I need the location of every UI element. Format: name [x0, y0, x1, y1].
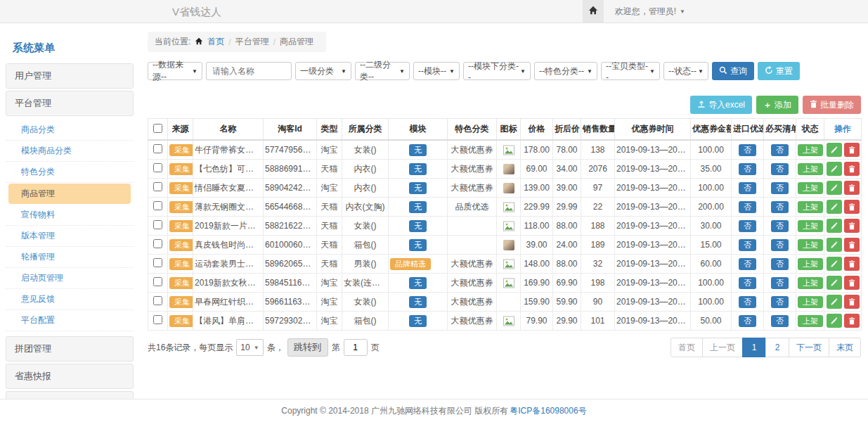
row-checkbox[interactable] — [153, 220, 162, 229]
must-buy-toggle[interactable]: 否 — [771, 258, 789, 270]
must-buy-toggle[interactable]: 否 — [771, 315, 789, 327]
filter-select-module-subcategory[interactable]: --模块下分类--▼ — [463, 62, 531, 80]
sidebar-item-特色分类[interactable]: 特色分类 — [6, 162, 134, 183]
select-all-checkbox[interactable] — [153, 124, 162, 133]
row-checkbox[interactable] — [153, 277, 162, 286]
delete-button[interactable] — [844, 238, 860, 252]
filter-select-module[interactable]: --模块--▼ — [413, 62, 460, 80]
delete-button[interactable] — [844, 276, 860, 290]
sidebar-item-模块商品分类[interactable]: 模块商品分类 — [6, 141, 134, 162]
page-button-首页[interactable]: 首页 — [671, 338, 703, 357]
status-badge[interactable]: 上架 — [798, 220, 823, 232]
status-badge[interactable]: 上架 — [798, 201, 823, 213]
import-select-toggle[interactable]: 否 — [739, 296, 756, 308]
jump-button[interactable]: 跳转到 — [287, 338, 328, 357]
must-buy-toggle[interactable]: 否 — [771, 163, 789, 175]
sidebar-group-平台管理[interactable]: 平台管理 — [6, 91, 134, 116]
import-select-toggle[interactable]: 否 — [739, 220, 756, 232]
search-button[interactable]: 查询 — [712, 62, 754, 80]
status-badge[interactable]: 上架 — [798, 144, 823, 156]
status-badge[interactable]: 上架 — [798, 163, 823, 175]
sidebar-item-平台配置[interactable]: 平台配置 — [6, 310, 134, 331]
filter-select-item-type[interactable]: --宝贝类型--▼ — [601, 62, 660, 80]
page-button-末页[interactable]: 末页 — [829, 338, 861, 357]
import-select-toggle[interactable]: 否 — [739, 182, 756, 194]
status-badge[interactable]: 上架 — [798, 277, 823, 289]
page-button-上一页[interactable]: 上一页 — [702, 338, 743, 357]
sidebar-group-省惠快报[interactable]: 省惠快报 — [6, 364, 134, 389]
edit-button[interactable] — [827, 181, 842, 195]
edit-button[interactable] — [827, 257, 842, 271]
import-select-toggle[interactable]: 否 — [739, 163, 756, 175]
status-badge[interactable]: 上架 — [798, 182, 823, 194]
status-badge[interactable]: 上架 — [798, 258, 823, 270]
import-select-toggle[interactable]: 否 — [739, 315, 756, 327]
breadcrumb-home-link[interactable]: 首页 — [207, 36, 224, 48]
status-badge[interactable]: 上架 — [798, 296, 823, 308]
row-checkbox[interactable] — [153, 201, 162, 210]
edit-button[interactable] — [827, 162, 842, 176]
user-menu[interactable]: 欢迎您，管理员! ▼ — [615, 6, 685, 18]
edit-button[interactable] — [827, 295, 842, 309]
edit-button[interactable] — [827, 276, 842, 290]
must-buy-toggle[interactable]: 否 — [771, 239, 789, 251]
delete-button[interactable] — [844, 181, 860, 195]
name-search-input[interactable] — [206, 62, 292, 80]
status-badge[interactable]: 上架 — [798, 315, 823, 327]
home-button[interactable] — [583, 0, 604, 23]
reset-button[interactable]: 重置 — [758, 62, 800, 80]
sidebar-item-商品管理[interactable]: 商品管理 — [8, 184, 131, 204]
row-checkbox[interactable] — [153, 296, 162, 305]
import-excel-button[interactable]: 导入excel — [690, 96, 752, 114]
row-checkbox[interactable] — [153, 258, 162, 267]
row-checkbox[interactable] — [153, 239, 162, 248]
page-button-1[interactable]: 1 — [742, 338, 766, 357]
filter-select-status[interactable]: --状态--▼ — [663, 62, 708, 80]
batch-delete-button[interactable]: 批量删除 — [803, 96, 861, 114]
delete-button[interactable] — [844, 219, 860, 233]
delete-button[interactable] — [844, 257, 860, 271]
page-button-下一页[interactable]: 下一页 — [789, 338, 829, 357]
per-page-select[interactable]: 10 ▼ — [236, 339, 263, 356]
edit-button[interactable] — [827, 314, 842, 328]
must-buy-toggle[interactable]: 否 — [771, 296, 789, 308]
delete-button[interactable] — [844, 295, 860, 309]
must-buy-toggle[interactable]: 否 — [771, 182, 789, 194]
sidebar-item-商品分类[interactable]: 商品分类 — [6, 120, 134, 141]
import-select-toggle[interactable]: 否 — [739, 258, 756, 270]
edit-button[interactable] — [827, 200, 842, 214]
jump-page-input[interactable] — [344, 339, 368, 356]
filter-select-feature-category[interactable]: --特色分类--▼ — [534, 62, 597, 80]
delete-button[interactable] — [844, 162, 860, 176]
sidebar-item-轮播管理[interactable]: 轮播管理 — [6, 247, 134, 268]
must-buy-toggle[interactable]: 否 — [771, 144, 789, 156]
edit-button[interactable] — [827, 143, 842, 157]
icp-link[interactable]: 粤ICP备16098006号 — [510, 405, 586, 417]
filter-select-level1-category[interactable]: 一级分类▼ — [295, 62, 351, 80]
must-buy-toggle[interactable]: 否 — [771, 277, 789, 289]
import-select-toggle[interactable]: 否 — [739, 144, 756, 156]
delete-button[interactable] — [844, 143, 860, 157]
row-checkbox[interactable] — [153, 182, 162, 191]
sidebar-item-版本管理[interactable]: 版本管理 — [6, 226, 134, 247]
status-badge[interactable]: 上架 — [798, 239, 823, 251]
import-select-toggle[interactable]: 否 — [739, 277, 756, 289]
must-buy-toggle[interactable]: 否 — [771, 201, 789, 213]
row-checkbox[interactable] — [153, 315, 162, 324]
delete-button[interactable] — [844, 314, 860, 328]
add-button[interactable]: ＋ 添加 — [756, 96, 798, 114]
sidebar-group-用户管理[interactable]: 用户管理 — [6, 63, 134, 89]
import-select-toggle[interactable]: 否 — [739, 239, 756, 251]
must-buy-toggle[interactable]: 否 — [771, 220, 789, 232]
sidebar-item-宣传物料[interactable]: 宣传物料 — [6, 205, 134, 226]
row-checkbox[interactable] — [153, 144, 162, 153]
sidebar-group-拼团管理[interactable]: 拼团管理 — [6, 336, 134, 362]
edit-button[interactable] — [827, 238, 842, 252]
sidebar-item-意见反馈[interactable]: 意见反馈 — [6, 289, 134, 310]
sidebar-item-启动页管理[interactable]: 启动页管理 — [6, 268, 134, 289]
page-button-2[interactable]: 2 — [765, 338, 789, 357]
filter-select-level2-category[interactable]: --二级分类--▼ — [355, 62, 410, 80]
import-select-toggle[interactable]: 否 — [739, 201, 756, 213]
filter-select-data-source[interactable]: --数据来源--▼ — [148, 62, 202, 80]
delete-button[interactable] — [844, 200, 860, 214]
